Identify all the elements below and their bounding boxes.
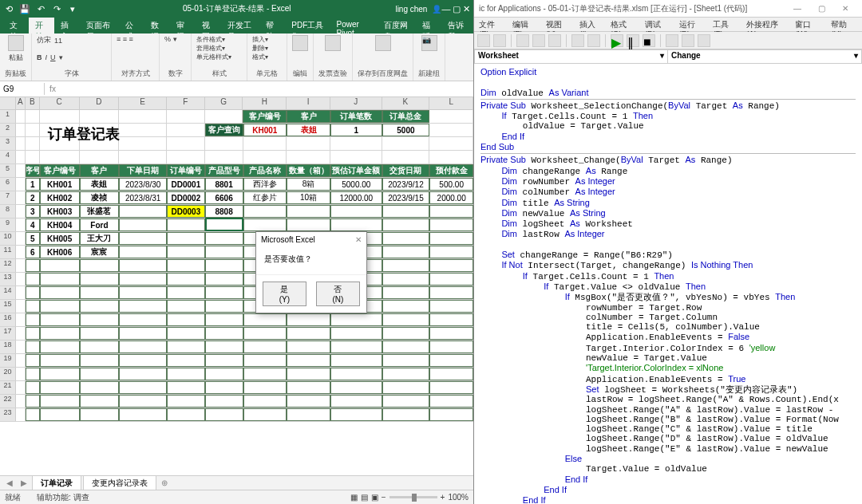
row-header[interactable]: 2 — [0, 124, 16, 136]
cell[interactable] — [287, 219, 330, 231]
tab-tellme[interactable]: 告诉我 — [441, 18, 473, 33]
row-header[interactable]: 6 — [0, 178, 16, 191]
cell[interactable] — [382, 327, 430, 340]
cell[interactable]: 5 — [26, 232, 40, 245]
cell[interactable] — [16, 219, 26, 231]
zoom-out-icon[interactable]: − — [382, 493, 386, 502]
cell[interactable] — [330, 381, 382, 394]
cell[interactable] — [382, 381, 430, 394]
row-header[interactable]: 17 — [0, 327, 16, 340]
cell[interactable] — [40, 381, 80, 394]
cell[interactable] — [167, 137, 205, 150]
cell[interactable]: 订单总金 — [382, 110, 430, 123]
cell[interactable]: 8808 — [205, 205, 243, 218]
row-header[interactable]: 8 — [0, 205, 16, 218]
cell[interactable] — [16, 408, 26, 421]
cell[interactable] — [119, 354, 167, 367]
cell[interactable]: 8801 — [205, 178, 243, 191]
cell[interactable] — [40, 327, 80, 340]
cell[interactable] — [243, 381, 287, 394]
row-header[interactable]: 19 — [0, 354, 16, 367]
vbe-tb-icon[interactable] — [477, 34, 490, 47]
cell[interactable]: 订单编号 — [167, 164, 205, 177]
tab-baidu[interactable]: 百度网盘 — [378, 18, 416, 33]
cell[interactable]: 数量（箱） — [287, 164, 330, 177]
cell[interactable] — [40, 300, 80, 313]
cell[interactable] — [382, 273, 430, 285]
cell[interactable] — [167, 381, 205, 394]
cell[interactable] — [119, 327, 167, 340]
cell[interactable] — [205, 368, 243, 380]
cell[interactable] — [243, 354, 287, 367]
cell[interactable] — [167, 273, 205, 285]
cell[interactable] — [16, 286, 26, 299]
cell[interactable]: KH004 — [40, 219, 80, 231]
cell[interactable] — [330, 205, 382, 218]
maximize-icon[interactable]: ▢ — [453, 4, 461, 14]
invoice-button[interactable] — [318, 35, 347, 51]
cell[interactable] — [119, 259, 167, 272]
cell[interactable] — [119, 124, 167, 136]
code-editor[interactable]: Option Explicit Dim oldValue As Variant … — [474, 64, 862, 504]
cell[interactable] — [167, 151, 205, 163]
cell[interactable] — [287, 341, 330, 353]
vbe-menu-view[interactable]: 视图(V) — [546, 19, 571, 30]
cell[interactable] — [80, 151, 120, 163]
cell[interactable] — [26, 273, 40, 285]
cell[interactable]: 6606 — [205, 191, 243, 204]
row-header[interactable]: 22 — [0, 395, 16, 408]
cell[interactable]: 产品名称 — [243, 164, 287, 177]
cell[interactable] — [205, 286, 243, 299]
add-sheet-icon[interactable]: ⊕ — [158, 478, 171, 487]
cell[interactable]: KH002 — [40, 191, 80, 204]
cell[interactable] — [119, 368, 167, 380]
cell[interactable] — [330, 354, 382, 367]
cell[interactable] — [16, 395, 26, 408]
vbe-menu-edit[interactable]: 编辑(E) — [512, 19, 538, 30]
view-break-icon[interactable]: ▣ — [371, 493, 378, 502]
vbe-procedure-dropdown[interactable]: Change▾ — [668, 50, 861, 63]
cell[interactable] — [119, 151, 167, 163]
font-size[interactable]: 11 — [54, 37, 62, 45]
cell[interactable] — [167, 327, 205, 340]
cell[interactable] — [429, 232, 473, 245]
cell[interactable] — [119, 341, 167, 353]
redo-icon[interactable]: ↷ — [51, 3, 62, 14]
cell[interactable] — [26, 354, 40, 367]
cell[interactable] — [40, 368, 80, 380]
cell[interactable] — [243, 313, 287, 326]
cell[interactable] — [40, 408, 80, 421]
cell[interactable] — [429, 246, 473, 258]
cell[interactable] — [119, 273, 167, 285]
cell[interactable] — [330, 313, 382, 326]
zoom-slider[interactable] — [389, 496, 437, 498]
cell[interactable] — [26, 327, 40, 340]
vbe-menu-addins[interactable]: 外接程序(A) — [746, 19, 788, 30]
cell[interactable] — [119, 219, 167, 231]
cell[interactable] — [330, 151, 382, 163]
cell[interactable] — [167, 110, 205, 123]
cell[interactable] — [287, 205, 330, 218]
cell[interactable] — [16, 124, 26, 136]
cell[interactable] — [205, 110, 243, 123]
row-header[interactable]: 14 — [0, 286, 16, 299]
cell[interactable] — [382, 137, 430, 150]
save-icon[interactable]: 💾 — [19, 3, 30, 14]
name-box[interactable]: G9 — [0, 83, 45, 95]
tab-view[interactable]: 视图 — [196, 18, 221, 33]
cell[interactable]: DD0003 — [167, 205, 205, 218]
cell[interactable]: 表姐 — [80, 178, 120, 191]
cell[interactable]: 10箱 — [287, 191, 330, 204]
tab-formulas[interactable]: 公式 — [119, 18, 144, 33]
cell[interactable]: 3 — [26, 205, 40, 218]
cell[interactable] — [429, 354, 473, 367]
cell[interactable]: 2023/8/31 — [119, 191, 167, 204]
cell[interactable]: DD0002 — [167, 191, 205, 204]
cell[interactable] — [26, 313, 40, 326]
cell[interactable]: 客户查询 — [205, 124, 243, 136]
cell[interactable]: 订单笔数 — [330, 110, 382, 123]
cell[interactable] — [26, 368, 40, 380]
cell[interactable] — [80, 395, 120, 408]
vbe-object-dropdown[interactable]: Worksheet▾ — [475, 50, 668, 63]
minimize-icon[interactable]: — — [441, 4, 450, 14]
